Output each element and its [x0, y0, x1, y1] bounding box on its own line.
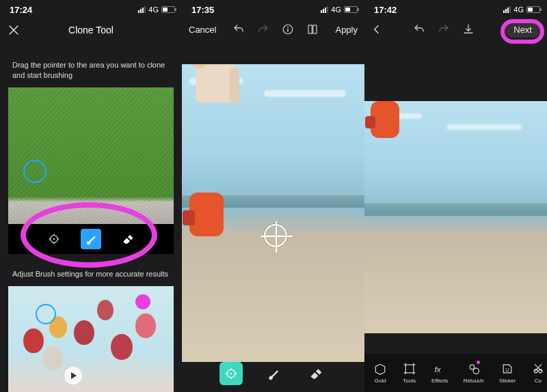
battery-icon — [526, 6, 540, 13]
battery-icon — [161, 6, 175, 13]
play-icon[interactable] — [64, 367, 82, 384]
page-title: Clone Tool — [68, 25, 114, 36]
tab-gold[interactable]: Gold — [373, 362, 387, 384]
tab-label: Tools — [403, 378, 416, 384]
tab-effects[interactable]: fx Effects — [431, 362, 448, 384]
redo-icon[interactable] — [438, 23, 450, 36]
status-bar: 17:24 4G — [0, 0, 182, 16]
tab-label: Effects — [431, 378, 448, 384]
brush-preview-dot-icon — [135, 294, 150, 309]
network-label: 4G — [148, 5, 159, 14]
instruction-text: Adjust Brush settings for more accurate … — [8, 264, 174, 286]
status-right: 4G — [138, 5, 175, 14]
panel-clone-tool-help: 17:24 4G Clone Tool Drag the pointer to … — [0, 0, 182, 392]
apply-button[interactable]: Apply — [335, 25, 358, 35]
brush-tool-button[interactable] — [262, 362, 285, 385]
header: Clone Tool — [0, 16, 182, 44]
editor-header: Next — [364, 16, 547, 42]
cancel-button[interactable]: Cancel — [189, 25, 216, 35]
status-time: 17:24 — [10, 5, 32, 15]
card-1: Drag the pointer to the area you want to… — [8, 55, 174, 254]
target-tool-button[interactable] — [44, 229, 64, 249]
clone-reticle-icon[interactable] — [264, 224, 287, 247]
status-bar: 17:35 4G — [182, 0, 364, 16]
photo-canvas[interactable] — [182, 64, 364, 362]
signal-icon — [321, 6, 328, 13]
network-label: 4G — [331, 5, 341, 14]
close-icon[interactable] — [8, 25, 19, 36]
tab-sticker[interactable]: Sticker — [499, 362, 516, 384]
signal-icon — [138, 6, 146, 13]
panel-editor-main: 17:42 4G Next — [364, 0, 547, 392]
svg-point-14 — [508, 368, 509, 369]
svg-point-3 — [288, 27, 289, 28]
new-indicator-dot-icon — [477, 361, 480, 364]
tab-label: Sticker — [499, 378, 516, 384]
tutorial-cards[interactable]: Drag the pointer to the area you want to… — [8, 55, 174, 392]
tab-cutout[interactable]: Cu — [531, 362, 545, 384]
instruction-text: Drag the pointer to the area you want to… — [8, 55, 174, 87]
panel-clone-editing: 17:35 4G Cancel Apply — [182, 0, 364, 392]
tab-label: Cu — [535, 378, 542, 384]
photo-canvas[interactable] — [364, 101, 547, 333]
svg-point-13 — [506, 368, 507, 369]
sample-image-balloons — [8, 286, 174, 392]
eraser-tool-button[interactable] — [304, 362, 328, 385]
clone-source-ring-icon — [23, 160, 46, 183]
battery-icon — [344, 6, 358, 13]
svg-point-8 — [230, 373, 232, 375]
compare-icon[interactable] — [306, 23, 319, 36]
editor-bottom-bar: Gold Tools fx Effects Retouch Sticker — [364, 354, 547, 392]
card-2: Adjust Brush settings for more accurate … — [8, 264, 174, 392]
svg-rect-6 — [313, 25, 317, 33]
svg-point-11 — [470, 365, 475, 369]
svg-point-12 — [473, 368, 479, 374]
tab-label: Gold — [375, 378, 386, 384]
network-label: 4G — [513, 5, 524, 14]
undo-icon[interactable] — [413, 23, 425, 36]
tab-label: Retouch — [464, 378, 484, 384]
status-right: 4G — [503, 5, 540, 14]
status-time: 17:35 — [191, 5, 214, 15]
brush-tool-button[interactable] — [81, 229, 101, 249]
redo-icon[interactable] — [257, 23, 269, 36]
status-bar: 17:42 4G — [364, 0, 547, 16]
info-icon[interactable] — [282, 23, 294, 36]
clone-tool-strip — [8, 224, 174, 254]
tab-retouch[interactable]: Retouch — [464, 362, 484, 384]
download-icon[interactable] — [462, 23, 475, 36]
eraser-tool-button[interactable] — [118, 229, 138, 249]
sample-image-grass — [8, 87, 174, 224]
svg-text:fx: fx — [435, 365, 442, 374]
clone-source-ring-icon — [36, 304, 56, 324]
next-button[interactable]: Next — [505, 22, 540, 38]
editor-header: Cancel Apply — [182, 16, 364, 42]
svg-rect-5 — [308, 25, 312, 33]
signal-icon — [503, 6, 511, 13]
back-icon[interactable] — [371, 24, 382, 35]
status-time: 17:42 — [374, 5, 397, 15]
clone-tool-strip — [182, 362, 364, 385]
svg-rect-4 — [288, 29, 289, 32]
svg-point-1 — [53, 238, 55, 240]
svg-rect-9 — [405, 365, 414, 373]
status-right: 4G — [321, 5, 358, 14]
tab-tools[interactable]: Tools — [403, 362, 416, 384]
target-tool-button[interactable] — [219, 362, 243, 385]
undo-icon[interactable] — [232, 23, 245, 36]
